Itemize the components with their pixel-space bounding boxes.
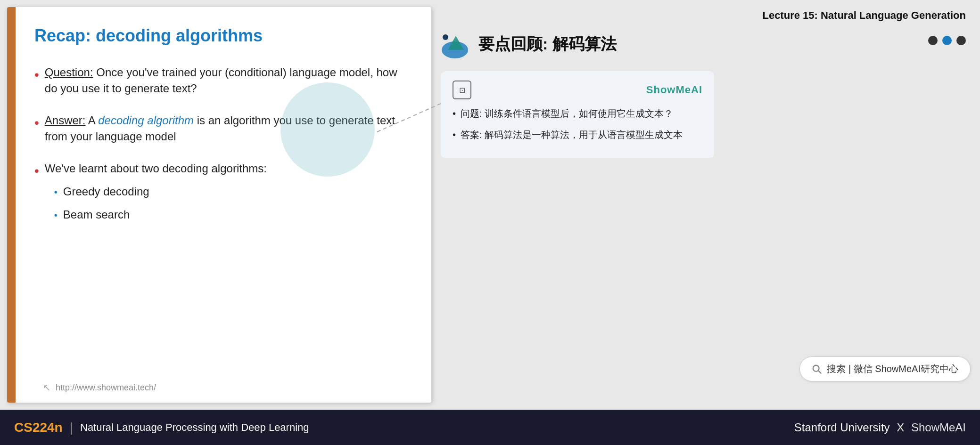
bullet-text-3: We've learnt about two decoding algorith…	[45, 161, 408, 229]
slide-title: Recap: decoding algorithms	[34, 26, 408, 46]
svg-point-4	[813, 365, 819, 371]
lecture-title: Lecture 15: Natural Language Generation	[441, 5, 971, 26]
card-dot-2: •	[453, 128, 456, 142]
course-name: Natural Language Processing with Deep Le…	[80, 421, 309, 434]
university-name: Stanford University	[794, 421, 890, 434]
card-text-2: 答案: 解码算法是一种算法，用于从语言模型生成文本	[461, 128, 683, 142]
card-text-1: 问题: 训练条件语言模型后，如何使用它生成文本？	[461, 106, 673, 121]
greedy-label: Greedy decoding	[63, 184, 149, 200]
right-panel: Lecture 15: Natural Language Generation …	[431, 0, 980, 410]
card-dot-1: •	[453, 106, 456, 121]
card-bullet-1: • 问题: 训练条件语言模型后，如何使用它生成文本？	[453, 106, 702, 121]
svg-line-5	[819, 371, 822, 373]
search-icon	[812, 364, 822, 374]
chinese-title-box: 要点回顾: 解码算法	[441, 29, 971, 59]
nav-dots	[928, 36, 966, 45]
slide-footer: ↖ http://www.showmeai.tech/	[43, 382, 156, 393]
chinese-title-text: 要点回顾: 解码算法	[478, 33, 617, 55]
card-header: ⊡ ShowMeAI	[453, 81, 702, 99]
bullet-dot-2: •	[34, 113, 39, 132]
x-separator: X	[897, 421, 907, 434]
slide-content: Recap: decoding algorithms • Question: O…	[16, 7, 431, 403]
sub-dot-1: •	[54, 186, 58, 199]
two-algorithms-text: We've learnt about two decoding algorith…	[45, 162, 267, 175]
search-box[interactable]: 搜索 | 微信 ShowMeAI研究中心	[799, 356, 971, 381]
bottom-brand: ShowMeAI	[911, 421, 966, 434]
separator: |	[70, 420, 73, 435]
slide-panel: Recap: decoding algorithms • Question: O…	[7, 7, 431, 403]
cursor-icon: ↖	[43, 382, 51, 393]
nav-dot-2[interactable]	[942, 36, 952, 45]
card-bullet-2: • 答案: 解码算法是一种算法，用于从语言模型生成文本	[453, 128, 702, 142]
bullet-item-3: • We've learnt about two decoding algori…	[34, 161, 408, 229]
sub-dot-2: •	[54, 209, 58, 222]
ai-icon-box: ⊡	[453, 81, 471, 99]
bottom-right: Stanford University X ShowMeAI	[794, 421, 966, 434]
bullet-dot-3: •	[34, 162, 39, 180]
ai-icon-label: ⊡	[459, 86, 465, 95]
search-text: 搜索 | 微信 ShowMeAI研究中心	[827, 363, 958, 375]
showmeai-brand-card: ShowMeAI	[646, 84, 702, 96]
footer-url: http://www.showmeai.tech/	[56, 383, 156, 393]
svg-point-3	[443, 34, 448, 40]
beam-label: Beam search	[63, 207, 130, 223]
showmeai-card: ⊡ ShowMeAI • 问题: 训练条件语言模型后，如何使用它生成文本？ • …	[441, 71, 714, 158]
sub-bullet-greedy: • Greedy decoding	[54, 184, 408, 200]
bottom-bar: CS224n | Natural Language Processing wit…	[0, 410, 980, 445]
question-label: Question:	[45, 66, 93, 79]
course-code: CS224n	[14, 420, 63, 435]
sub-bullet-list: • Greedy decoding • Beam search	[45, 184, 408, 222]
main-content: Recap: decoding algorithms • Question: O…	[0, 0, 980, 410]
bullet-dot-1: •	[34, 65, 39, 84]
decoding-algorithm-italic: decoding algorithm	[98, 114, 194, 127]
title-icon	[441, 29, 471, 59]
bottom-left: CS224n | Natural Language Processing wit…	[14, 420, 309, 435]
decorative-circle	[280, 82, 375, 177]
nav-dot-1[interactable]	[928, 36, 938, 45]
answer-pre: A	[88, 114, 98, 127]
answer-label: Answer:	[45, 114, 86, 127]
slide-accent-bar	[7, 7, 16, 403]
nav-dot-3[interactable]	[956, 36, 966, 45]
sub-bullet-beam: • Beam search	[54, 207, 408, 223]
